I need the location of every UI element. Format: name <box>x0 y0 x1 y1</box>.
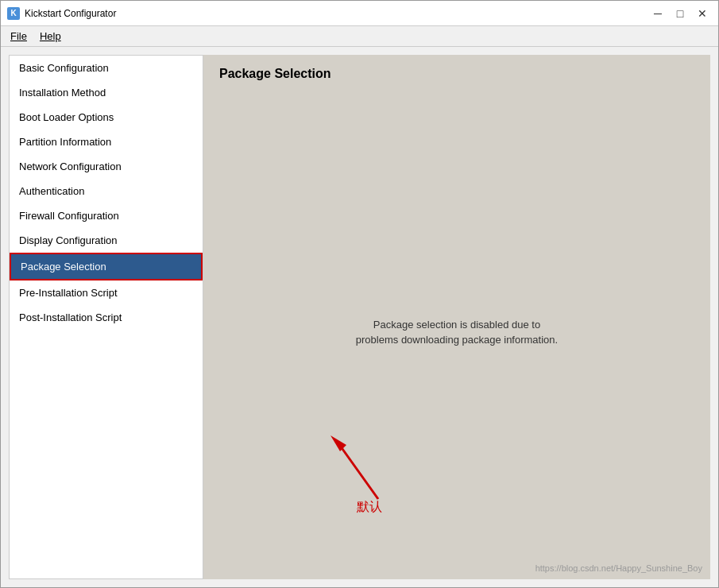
sidebar-item-firewall-config[interactable]: Firewall Configuration <box>10 203 203 228</box>
window-controls: ─ □ ✕ <box>648 6 712 21</box>
sidebar-item-installation-method[interactable]: Installation Method <box>10 80 203 105</box>
annotation-text: 默认 <box>357 499 382 516</box>
window-title: Kickstart Configurator <box>25 8 648 19</box>
sidebar-item-authentication[interactable]: Authentication <box>10 179 203 203</box>
content-area: Basic Configuration Installation Method … <box>1 47 718 587</box>
menu-bar: File Help <box>1 26 718 47</box>
svg-marker-1 <box>331 435 346 451</box>
annotation-arrow <box>323 427 386 507</box>
sidebar-item-pre-install-script[interactable]: Pre-Installation Script <box>10 280 203 305</box>
watermark: https://blog.csdn.net/Happy_Sunshine_Boy <box>535 563 702 573</box>
disabled-message-line1: Package selection is disabled due to <box>373 319 540 331</box>
disabled-message: Package selection is disabled due to pro… <box>356 317 558 348</box>
sidebar-item-package-selection[interactable]: Package Selection <box>10 253 203 280</box>
app-icon: K <box>7 7 20 20</box>
sidebar-item-partition-info[interactable]: Partition Information <box>10 130 203 154</box>
minimize-button[interactable]: ─ <box>648 6 667 21</box>
main-window: K Kickstart Configurator ─ □ ✕ File Help… <box>0 0 719 588</box>
title-bar: K Kickstart Configurator ─ □ ✕ <box>1 1 718 26</box>
menu-file[interactable]: File <box>4 28 33 44</box>
sidebar: Basic Configuration Installation Method … <box>9 55 203 579</box>
main-content-area: Package selection is disabled due to pro… <box>219 97 694 567</box>
annotation-container: 默认 <box>323 427 386 516</box>
svg-line-0 <box>338 443 378 499</box>
sidebar-item-boot-loader[interactable]: Boot Loader Options <box>10 105 203 130</box>
maximize-button[interactable]: □ <box>671 6 690 21</box>
menu-help[interactable]: Help <box>33 28 68 44</box>
main-title: Package Selection <box>219 67 694 81</box>
disabled-message-line2: problems downloading package information… <box>356 334 558 346</box>
close-button[interactable]: ✕ <box>693 6 712 21</box>
app-icon-letter: K <box>10 9 16 17</box>
sidebar-item-display-config[interactable]: Display Configuration <box>10 228 203 253</box>
sidebar-item-network-config[interactable]: Network Configuration <box>10 154 203 179</box>
sidebar-item-basic-config[interactable]: Basic Configuration <box>10 56 203 80</box>
sidebar-item-post-install-script[interactable]: Post-Installation Script <box>10 305 203 330</box>
main-panel: Package Selection Package selection is d… <box>203 55 710 579</box>
